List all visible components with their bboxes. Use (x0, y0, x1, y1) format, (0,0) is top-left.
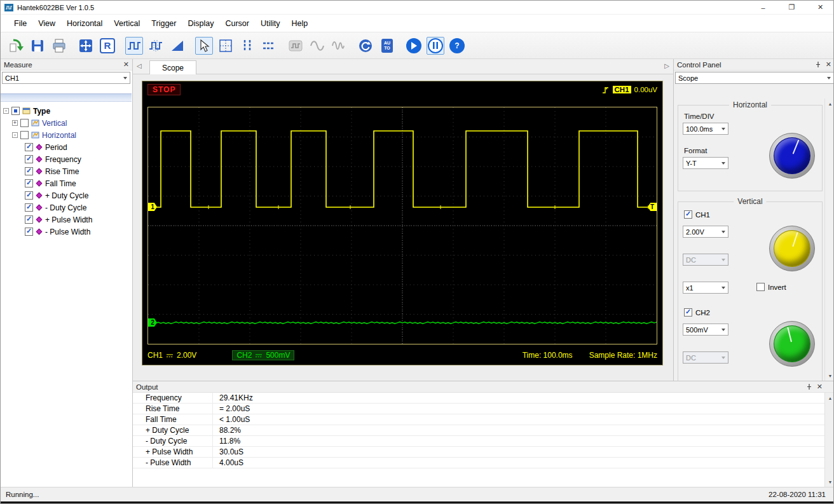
measure-panel: Measure ✕ CH1 - Type + (1, 59, 133, 487)
type-checkbox[interactable] (11, 107, 20, 115)
tab-scope[interactable]: Scope (149, 60, 196, 74)
menu-bar: File View Horizontal Vertical Trigger Di… (1, 15, 834, 32)
tree-item-neg-duty[interactable]: - Duty Cycle (2, 201, 129, 214)
ch2-coupling-select[interactable]: DC (683, 351, 728, 364)
ch1-invert-checkbox[interactable] (756, 283, 765, 291)
close-icon[interactable]: ✕ (806, 1, 834, 14)
ch1-position-knob[interactable] (769, 226, 815, 271)
ch1-probe-select[interactable]: x1 (683, 282, 728, 294)
menu-utility[interactable]: Utility (255, 19, 286, 28)
graticule-button[interactable] (217, 37, 235, 55)
expand-icon[interactable]: + (12, 120, 18, 126)
ch2-position-knob[interactable] (769, 321, 815, 367)
tree-item-rise-time[interactable]: Rise Time (2, 165, 129, 177)
scroll-up-icon[interactable]: ▲ (825, 99, 834, 109)
format-select[interactable]: Y-T (683, 157, 728, 169)
tree-item-pos-duty[interactable]: + Duty Cycle (2, 189, 129, 201)
help-button[interactable]: ? (448, 37, 466, 55)
status-bar: Running... 22-08-2020 11:31 (1, 487, 834, 501)
tree-item-frequency[interactable]: Frequency (2, 153, 129, 165)
menu-horizontal[interactable]: Horizontal (61, 19, 108, 28)
menu-help[interactable]: Help (286, 19, 314, 28)
time-div-select[interactable]: 100.0ms (683, 123, 728, 135)
scroll-down-icon[interactable]: ▼ (825, 371, 834, 381)
square-output-icon (288, 38, 303, 53)
horizontal-cursor-button[interactable] (260, 37, 278, 55)
maximize-icon[interactable]: ❐ (777, 1, 806, 14)
pin-icon[interactable] (806, 383, 812, 390)
scroll-down-icon[interactable]: ▼ (825, 477, 834, 487)
period-checkbox[interactable] (25, 143, 33, 151)
tab-scroll-right-icon[interactable]: ▷ (664, 62, 669, 69)
tree-item-fall-time[interactable]: Fall Time (2, 177, 129, 189)
control-mode-select[interactable]: Scope (675, 72, 834, 84)
save-button[interactable] (29, 37, 46, 55)
collapse-icon[interactable]: - (12, 132, 18, 138)
measurement-name: Frequency (133, 393, 213, 403)
collapse-icon[interactable]: - (3, 108, 9, 114)
auto-set-button[interactable]: AU TO (378, 37, 396, 55)
menu-display[interactable]: Display (182, 19, 219, 28)
square-output-button[interactable] (287, 37, 304, 55)
measure-channel-select[interactable]: CH1 (2, 72, 130, 84)
rise-time-checkbox[interactable] (25, 167, 33, 175)
vertical-cursor-button[interactable] (238, 37, 256, 55)
frequency-checkbox[interactable] (25, 155, 33, 163)
measurement-name: - Pulse Width (133, 458, 213, 468)
horizontal-group-title: Horizontal (729, 100, 771, 109)
chevron-down-icon (718, 254, 728, 265)
measurement-icon (36, 180, 43, 187)
trigger-slope-button[interactable] (168, 37, 186, 55)
tree-item-pos-width[interactable]: + Pulse Width (2, 214, 129, 226)
measure-close-icon[interactable]: ✕ (123, 60, 129, 69)
print-button[interactable] (50, 37, 68, 55)
ch1-scale-select[interactable]: 2.00V (683, 226, 728, 238)
auto-setup-button[interactable] (77, 37, 95, 55)
scroll-up-icon[interactable]: ▲ (825, 393, 834, 403)
pin-icon[interactable] (815, 61, 821, 68)
neg-duty-checkbox[interactable] (25, 203, 33, 212)
reference-button[interactable]: R (99, 37, 116, 55)
ch2-scale-select[interactable]: 500mV (683, 324, 728, 336)
horizontal-cursor-icon (261, 38, 277, 53)
minimize-icon[interactable]: – (749, 1, 777, 14)
start-button[interactable] (405, 37, 423, 55)
control-panel-scrollbar[interactable]: ▲ ▼ (824, 99, 834, 381)
open-button[interactable] (7, 37, 25, 55)
pos-width-checkbox[interactable] (25, 215, 33, 224)
refresh-button[interactable] (357, 37, 374, 55)
horizontal-checkbox[interactable] (20, 131, 29, 139)
tab-scroll-left-icon[interactable]: ◁ (137, 62, 142, 69)
time-div-readout: Time: 100.0ms (523, 351, 573, 360)
channel-wave-button[interactable] (125, 37, 143, 55)
ch1-scale-readout: CH1 2.00V (147, 351, 196, 360)
window-wave-button[interactable] (147, 37, 165, 55)
pos-duty-checkbox[interactable] (25, 191, 33, 200)
control-panel-close-icon[interactable]: ✕ (826, 60, 831, 69)
ch2-enable-checkbox[interactable] (684, 308, 692, 317)
time-div-knob-face (774, 137, 810, 174)
output-scrollbar[interactable]: ▲ ▼ (824, 393, 834, 487)
fall-time-checkbox[interactable] (25, 179, 33, 187)
menu-view[interactable]: View (32, 19, 61, 28)
tree-node-vertical[interactable]: + Vertical (2, 117, 129, 129)
menu-cursor[interactable]: Cursor (219, 19, 255, 28)
time-div-knob[interactable] (769, 133, 815, 179)
sweep-output-button[interactable] (330, 37, 348, 55)
tree-node-type[interactable]: - Type (2, 105, 129, 117)
pointer-button[interactable] (195, 37, 213, 55)
sine-output-button[interactable] (308, 37, 326, 55)
scope-header: STOP CH1 0.00uV (142, 81, 662, 98)
output-close-icon[interactable]: ✕ (817, 383, 823, 391)
pause-button[interactable] (427, 37, 444, 55)
ch1-coupling-select[interactable]: DC (683, 254, 728, 266)
tree-node-horizontal[interactable]: - Horizontal (2, 129, 129, 141)
menu-vertical[interactable]: Vertical (108, 19, 146, 28)
menu-trigger[interactable]: Trigger (146, 19, 182, 28)
ch1-enable-checkbox[interactable] (684, 210, 692, 219)
tree-item-neg-width[interactable]: - Pulse Width (2, 226, 129, 238)
vertical-checkbox[interactable] (20, 119, 29, 127)
neg-width-checkbox[interactable] (25, 228, 33, 236)
tree-item-period[interactable]: Period (2, 141, 129, 153)
menu-file[interactable]: File (8, 19, 32, 28)
